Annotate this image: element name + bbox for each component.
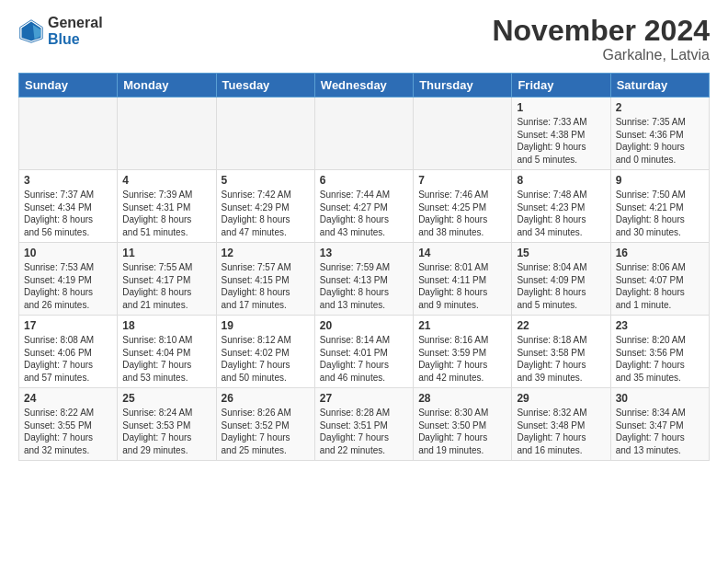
table-row: 2Sunrise: 7:35 AM Sunset: 4:36 PM Daylig… (610, 98, 709, 170)
day-info: Sunrise: 7:50 AM Sunset: 4:21 PM Dayligh… (616, 189, 704, 238)
col-saturday: Saturday (610, 74, 709, 98)
day-info: Sunrise: 8:16 AM Sunset: 3:59 PM Dayligh… (418, 334, 506, 384)
day-number: 11 (122, 247, 210, 259)
table-row: 3Sunrise: 7:37 AM Sunset: 4:34 PM Daylig… (19, 170, 118, 243)
col-thursday: Thursday (414, 74, 512, 98)
day-info: Sunrise: 8:04 AM Sunset: 4:09 PM Dayligh… (517, 261, 605, 311)
table-row: 26Sunrise: 8:26 AM Sunset: 3:52 PM Dayli… (216, 388, 314, 461)
day-number: 18 (122, 319, 210, 332)
day-number: 30 (616, 392, 704, 405)
table-row: 14Sunrise: 8:01 AM Sunset: 4:11 PM Dayli… (414, 243, 512, 316)
day-info: Sunrise: 8:18 AM Sunset: 3:58 PM Dayligh… (517, 334, 605, 384)
day-number: 15 (517, 247, 605, 259)
table-row: 16Sunrise: 8:06 AM Sunset: 4:07 PM Dayli… (610, 243, 709, 316)
day-info: Sunrise: 8:10 AM Sunset: 4:04 PM Dayligh… (122, 334, 210, 384)
table-row: 9Sunrise: 7:50 AM Sunset: 4:21 PM Daylig… (610, 170, 709, 243)
col-sunday: Sunday (19, 74, 118, 98)
col-monday: Monday (118, 74, 216, 98)
day-info: Sunrise: 8:28 AM Sunset: 3:51 PM Dayligh… (320, 407, 408, 456)
day-number: 29 (517, 392, 605, 405)
logo-text: General Blue (48, 15, 103, 47)
table-row: 12Sunrise: 7:57 AM Sunset: 4:15 PM Dayli… (216, 243, 314, 316)
table-row: 13Sunrise: 7:59 AM Sunset: 4:13 PM Dayli… (314, 243, 413, 316)
day-number: 9 (616, 174, 704, 187)
table-row: 7Sunrise: 7:46 AM Sunset: 4:25 PM Daylig… (414, 170, 512, 243)
table-row: 22Sunrise: 8:18 AM Sunset: 3:58 PM Dayli… (512, 316, 610, 388)
day-number: 3 (24, 174, 112, 187)
day-info: Sunrise: 8:30 AM Sunset: 3:50 PM Dayligh… (418, 407, 506, 456)
day-info: Sunrise: 8:32 AM Sunset: 3:48 PM Dayligh… (517, 407, 605, 456)
calendar-week-5: 24Sunrise: 8:22 AM Sunset: 3:55 PM Dayli… (19, 388, 710, 461)
logo-icon (18, 18, 44, 44)
calendar-week-4: 17Sunrise: 8:08 AM Sunset: 4:06 PM Dayli… (19, 316, 710, 388)
day-number: 24 (24, 392, 112, 405)
col-wednesday: Wednesday (314, 74, 413, 98)
table-row (216, 98, 314, 170)
day-info: Sunrise: 7:57 AM Sunset: 4:15 PM Dayligh… (222, 261, 310, 311)
day-info: Sunrise: 7:55 AM Sunset: 4:17 PM Dayligh… (122, 261, 210, 311)
table-row: 6Sunrise: 7:44 AM Sunset: 4:27 PM Daylig… (314, 170, 413, 243)
calendar-header-row: Sunday Monday Tuesday Wednesday Thursday… (19, 74, 710, 98)
table-row: 20Sunrise: 8:14 AM Sunset: 4:01 PM Dayli… (314, 316, 413, 388)
table-row: 24Sunrise: 8:22 AM Sunset: 3:55 PM Dayli… (19, 388, 118, 461)
month-title: November 2024 (492, 15, 710, 47)
table-row: 15Sunrise: 8:04 AM Sunset: 4:09 PM Dayli… (512, 243, 610, 316)
table-row: 1Sunrise: 7:33 AM Sunset: 4:38 PM Daylig… (512, 98, 610, 170)
day-info: Sunrise: 8:26 AM Sunset: 3:52 PM Dayligh… (222, 407, 310, 456)
day-number: 7 (418, 174, 506, 187)
table-row: 21Sunrise: 8:16 AM Sunset: 3:59 PM Dayli… (414, 316, 512, 388)
day-number: 27 (320, 392, 408, 405)
table-row: 19Sunrise: 8:12 AM Sunset: 4:02 PM Dayli… (216, 316, 314, 388)
day-info: Sunrise: 7:48 AM Sunset: 4:23 PM Dayligh… (517, 189, 605, 238)
table-row: 25Sunrise: 8:24 AM Sunset: 3:53 PM Dayli… (118, 388, 216, 461)
day-info: Sunrise: 8:01 AM Sunset: 4:11 PM Dayligh… (418, 261, 506, 311)
day-info: Sunrise: 8:08 AM Sunset: 4:06 PM Dayligh… (24, 334, 112, 384)
table-row: 5Sunrise: 7:42 AM Sunset: 4:29 PM Daylig… (216, 170, 314, 243)
calendar-week-2: 3Sunrise: 7:37 AM Sunset: 4:34 PM Daylig… (19, 170, 710, 243)
col-friday: Friday (512, 74, 610, 98)
table-row: 27Sunrise: 8:28 AM Sunset: 3:51 PM Dayli… (314, 388, 413, 461)
day-info: Sunrise: 8:14 AM Sunset: 4:01 PM Dayligh… (320, 334, 408, 384)
table-row (118, 98, 216, 170)
table-row (314, 98, 413, 170)
table-row: 10Sunrise: 7:53 AM Sunset: 4:19 PM Dayli… (19, 243, 118, 316)
table-row: 8Sunrise: 7:48 AM Sunset: 4:23 PM Daylig… (512, 170, 610, 243)
day-info: Sunrise: 8:20 AM Sunset: 3:56 PM Dayligh… (616, 334, 704, 384)
day-number: 5 (222, 174, 310, 187)
day-number: 22 (517, 319, 605, 332)
day-number: 26 (222, 392, 310, 405)
title-block: November 2024 Garkalne, Latvia (492, 15, 710, 63)
day-info: Sunrise: 7:53 AM Sunset: 4:19 PM Dayligh… (24, 261, 112, 311)
table-row: 18Sunrise: 8:10 AM Sunset: 4:04 PM Dayli… (118, 316, 216, 388)
day-number: 1 (517, 101, 605, 114)
day-info: Sunrise: 7:46 AM Sunset: 4:25 PM Dayligh… (418, 189, 506, 238)
day-info: Sunrise: 8:06 AM Sunset: 4:07 PM Dayligh… (616, 261, 704, 311)
logo: General Blue (18, 15, 103, 47)
day-number: 4 (122, 174, 210, 187)
day-info: Sunrise: 8:22 AM Sunset: 3:55 PM Dayligh… (24, 407, 112, 456)
location: Garkalne, Latvia (492, 47, 710, 63)
day-info: Sunrise: 7:33 AM Sunset: 4:38 PM Dayligh… (517, 116, 605, 166)
day-number: 10 (24, 247, 112, 259)
logo-general-text: General (48, 15, 103, 31)
table-row: 30Sunrise: 8:34 AM Sunset: 3:47 PM Dayli… (610, 388, 709, 461)
day-info: Sunrise: 8:34 AM Sunset: 3:47 PM Dayligh… (616, 407, 704, 456)
table-row: 29Sunrise: 8:32 AM Sunset: 3:48 PM Dayli… (512, 388, 610, 461)
day-number: 6 (320, 174, 408, 187)
day-info: Sunrise: 7:42 AM Sunset: 4:29 PM Dayligh… (222, 189, 310, 238)
day-number: 2 (616, 101, 704, 114)
day-info: Sunrise: 8:12 AM Sunset: 4:02 PM Dayligh… (222, 334, 310, 384)
day-info: Sunrise: 8:24 AM Sunset: 3:53 PM Dayligh… (122, 407, 210, 456)
day-number: 25 (122, 392, 210, 405)
table-row: 11Sunrise: 7:55 AM Sunset: 4:17 PM Dayli… (118, 243, 216, 316)
day-info: Sunrise: 7:35 AM Sunset: 4:36 PM Dayligh… (616, 116, 704, 166)
day-number: 21 (418, 319, 506, 332)
calendar-table: Sunday Monday Tuesday Wednesday Thursday… (18, 73, 710, 461)
table-row (414, 98, 512, 170)
day-info: Sunrise: 7:39 AM Sunset: 4:31 PM Dayligh… (122, 189, 210, 238)
day-number: 19 (222, 319, 310, 332)
logo-blue-text: Blue (48, 31, 103, 48)
table-row (19, 98, 118, 170)
table-row: 23Sunrise: 8:20 AM Sunset: 3:56 PM Dayli… (610, 316, 709, 388)
col-tuesday: Tuesday (216, 74, 314, 98)
